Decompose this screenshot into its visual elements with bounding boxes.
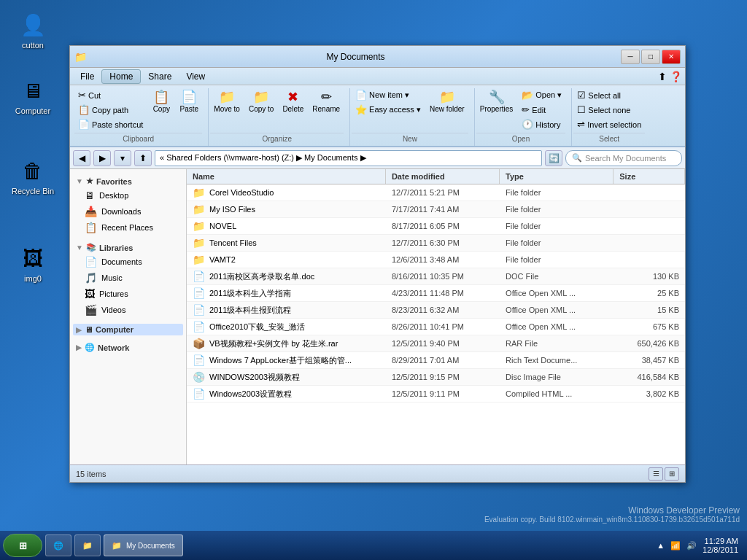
menu-file[interactable]: File bbox=[73, 70, 101, 83]
sidebar-item-videos[interactable]: 🎬 Videos bbox=[73, 302, 183, 318]
taskbar-explorer[interactable]: 📁 My Documents bbox=[104, 534, 183, 556]
new-folder-button[interactable]: 📁 New folder bbox=[426, 88, 468, 115]
menu-view[interactable]: View bbox=[179, 70, 212, 83]
network-tray-icon[interactable]: 📶 bbox=[670, 541, 681, 551]
table-row[interactable]: 📄 Windows2003设置教程 12/5/2011 9:11 PM Comp… bbox=[187, 386, 685, 402]
table-row[interactable]: 📁 Corel VideoStudio 12/7/2011 5:21 PM Fi… bbox=[187, 184, 685, 201]
file-size: 675 KB bbox=[614, 320, 685, 333]
copy-path-button[interactable]: 📋 Copy path bbox=[74, 103, 147, 117]
select-none-button[interactable]: ☐ Select none bbox=[573, 103, 645, 117]
table-row[interactable]: 📁 My ISO Files 7/17/2011 7:41 AM File fo… bbox=[187, 201, 685, 218]
forward-button[interactable]: ▶ bbox=[93, 150, 111, 166]
desktop-icon-cutton[interactable]: 👤 cutton bbox=[7, 7, 58, 52]
refresh-button[interactable]: 🔄 bbox=[545, 150, 562, 166]
desktop: 👤 cutton 🖥 Computer 🗑 Recycle Bin 🖼 img0… bbox=[0, 0, 747, 560]
menu-home[interactable]: Home bbox=[101, 69, 141, 84]
computer-sidebar-label: Computer bbox=[96, 325, 133, 334]
file-date: 12/7/2011 5:21 PM bbox=[386, 186, 500, 199]
table-row[interactable]: 📄 2011级本科生报到流程 8/23/2011 6:32 AM Office … bbox=[187, 302, 685, 319]
copy-button[interactable]: 📋 Copy bbox=[148, 88, 174, 115]
help-icon[interactable]: ❓ bbox=[670, 71, 682, 82]
table-row[interactable]: 📄 2011南校区高考录取名单.doc 8/16/2011 10:35 PM D… bbox=[187, 268, 685, 285]
table-row[interactable]: 📁 VAMT2 12/6/2011 3:48 AM File folder bbox=[187, 252, 685, 268]
desktop-sidebar-icon: 🖥 bbox=[85, 190, 95, 201]
cut-button[interactable]: ✂ Cut bbox=[74, 88, 147, 102]
file-rows-container: 📁 Corel VideoStudio 12/7/2011 5:21 PM Fi… bbox=[187, 184, 685, 402]
table-row[interactable]: 📁 NOVEL 8/17/2011 6:05 PM File folder bbox=[187, 218, 685, 235]
ribbon-group-new: 📄 New item ▾ ⭐ Easy access ▾ 📁 New folde… bbox=[352, 88, 475, 146]
desktop-icon-recycle[interactable]: 🗑 Recycle Bin bbox=[7, 153, 58, 198]
file-name: VB视频教程+实例文件 by 花生米.rar bbox=[209, 338, 338, 349]
open-icon: 📂 bbox=[522, 90, 533, 101]
content-area: ▼ ★ Favorites 🖥 Desktop 📥 Downloads 📋 bbox=[70, 169, 685, 464]
sidebar-computer-header[interactable]: ▶ 🖥 Computer bbox=[73, 324, 183, 335]
sidebar-favorites-header[interactable]: ▼ ★ Favorites bbox=[73, 175, 183, 187]
sidebar-item-desktop[interactable]: 🖥 Desktop bbox=[73, 187, 183, 203]
sidebar-item-pictures[interactable]: 🖼 Pictures bbox=[73, 286, 183, 302]
ribbon: ✂ Cut 📋 Copy path 📄 Paste shortcut bbox=[70, 85, 685, 147]
back-button[interactable]: ◀ bbox=[73, 150, 90, 166]
invert-selection-button[interactable]: ⇌ Invert selection bbox=[573, 117, 645, 131]
table-row[interactable]: 📄 2011级本科生入学指南 4/23/2011 11:48 PM Office… bbox=[187, 285, 685, 302]
file-icon: 📁 bbox=[193, 220, 205, 232]
up-folder-button[interactable]: ⬆ bbox=[134, 150, 152, 166]
system-tray: ▲ 📶 🔊 11:29 AM 12/8/2011 bbox=[651, 537, 744, 554]
col-header-name[interactable]: Name bbox=[187, 169, 386, 184]
ribbon-group-open: 🔧 Properties 📂 Open ▾ ✏ Edit bbox=[476, 88, 573, 146]
large-icon-view-button[interactable]: ⊞ bbox=[665, 467, 679, 481]
select-all-button[interactable]: ☑ Select all bbox=[573, 88, 645, 102]
properties-button[interactable]: 🔧 Properties bbox=[476, 88, 517, 115]
menu-share[interactable]: Share bbox=[141, 70, 179, 83]
address-path[interactable]: « Shared Folders (\\vmware-host) (Z:) ▶ … bbox=[155, 150, 542, 166]
sidebar-item-downloads[interactable]: 📥 Downloads bbox=[73, 203, 183, 219]
history-button[interactable]: 🕐 History bbox=[518, 117, 565, 131]
search-box[interactable]: 🔍 Search My Documents bbox=[565, 150, 682, 166]
sidebar-item-recent[interactable]: 📋 Recent Places bbox=[73, 219, 183, 236]
paste-shortcut-button[interactable]: 📄 Paste shortcut bbox=[74, 117, 147, 131]
details-view-button[interactable]: ☰ bbox=[649, 467, 663, 481]
minimize-button[interactable]: ─ bbox=[621, 50, 640, 64]
start-button[interactable]: ⊞ bbox=[3, 534, 42, 557]
maximize-button[interactable]: □ bbox=[641, 50, 660, 64]
downloads-sidebar-label: Downloads bbox=[101, 207, 141, 216]
sidebar-item-music[interactable]: 🎵 Music bbox=[73, 270, 183, 286]
network-sidebar-icon: 🌐 bbox=[85, 343, 95, 352]
copy-path-icon: 📋 bbox=[78, 104, 90, 115]
tray-arrow-icon[interactable]: ▲ bbox=[657, 541, 665, 550]
img0-icon: 🖼 bbox=[18, 244, 47, 273]
tray-clock[interactable]: 11:29 AM 12/8/2011 bbox=[703, 537, 738, 554]
dropdown-button[interactable]: ▾ bbox=[114, 150, 131, 166]
desktop-icon-computer[interactable]: 🖥 Computer bbox=[7, 73, 58, 118]
table-row[interactable]: 💿 WINDOWS2003视频教程 12/5/2011 9:15 PM Disc… bbox=[187, 369, 685, 386]
speaker-tray-icon[interactable]: 🔊 bbox=[686, 541, 697, 551]
easy-access-button[interactable]: ⭐ Easy access ▾ bbox=[352, 103, 425, 117]
close-button[interactable]: ✕ bbox=[662, 50, 681, 64]
file-list-header: Name Date modified Type Size bbox=[187, 169, 685, 184]
up-icon[interactable]: ⬆ bbox=[658, 71, 667, 82]
desktop-icon-img0[interactable]: 🖼 img0 bbox=[7, 241, 58, 286]
sidebar-section-network: ▶ 🌐 Network bbox=[73, 341, 183, 354]
move-to-button[interactable]: 📁 Move to bbox=[210, 88, 244, 115]
table-row[interactable]: 📦 VB视频教程+实例文件 by 花生米.rar 12/5/2011 9:40 … bbox=[187, 335, 685, 352]
properties-icon: 🔧 bbox=[489, 90, 505, 104]
sidebar-network-header[interactable]: ▶ 🌐 Network bbox=[73, 341, 183, 354]
taskbar-folder[interactable]: 📁 bbox=[74, 534, 101, 556]
table-row[interactable]: 📄 Office2010下载_安装_激活 8/26/2011 10:41 PM … bbox=[187, 319, 685, 335]
delete-button[interactable]: ✖ Delete bbox=[279, 88, 307, 115]
table-row[interactable]: 📁 Tencent Files 12/7/2011 6:30 PM File f… bbox=[187, 235, 685, 252]
col-header-type[interactable]: Type bbox=[500, 169, 614, 184]
rename-button[interactable]: ✏ Rename bbox=[309, 88, 344, 115]
sidebar-libraries-header[interactable]: ▼ 📚 Libraries bbox=[73, 241, 183, 254]
table-row[interactable]: 📄 Windows 7 AppLocker基于组策略的管... 8/29/201… bbox=[187, 352, 685, 369]
libraries-arrow-icon: ▼ bbox=[76, 244, 83, 252]
copy-to-button[interactable]: 📁 Copy to bbox=[245, 88, 277, 115]
paste-button[interactable]: 📄 Paste bbox=[176, 88, 202, 115]
pictures-sidebar-label: Pictures bbox=[99, 289, 128, 298]
sidebar-item-documents[interactable]: 📄 Documents bbox=[73, 254, 183, 270]
new-item-button[interactable]: 📄 New item ▾ bbox=[352, 88, 425, 102]
open-button[interactable]: 📂 Open ▾ bbox=[518, 88, 565, 102]
edit-button[interactable]: ✏ Edit bbox=[518, 103, 565, 117]
col-header-size[interactable]: Size bbox=[614, 169, 685, 184]
col-header-date[interactable]: Date modified bbox=[386, 169, 500, 184]
taskbar-ie[interactable]: 🌐 bbox=[45, 534, 71, 556]
